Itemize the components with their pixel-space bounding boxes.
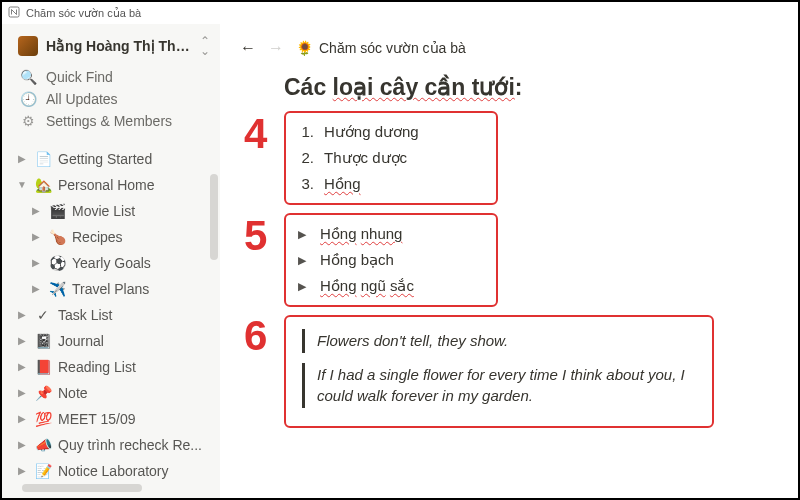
page-icon: 📄: [34, 148, 52, 170]
numbered-list-item[interactable]: 3.Hồng: [298, 171, 484, 197]
sunflower-icon: 🌻: [296, 40, 313, 56]
nav-back-button[interactable]: ←: [240, 39, 256, 57]
book-icon: 📕: [34, 356, 52, 378]
window-titlebar: Chăm sóc vườn của bà: [2, 2, 798, 24]
workspace-switcher[interactable]: Hằng Hoàng Thị Thúy'... ⌃⌄: [12, 32, 216, 60]
page-content[interactable]: Các loại cây cần tưới: 1.Hướng dương 2.T…: [220, 62, 798, 428]
sidebar-page-personal-home[interactable]: ▼ 🏡 Personal Home: [12, 172, 216, 198]
main-area: ← → 🌻 Chăm sóc vườn của bà Các loại cây …: [220, 24, 798, 498]
sidebar-page-meet[interactable]: ▶ 💯 MEET 15/09: [12, 406, 216, 432]
app-frame: Chăm sóc vườn của bà Hằng Hoàng Thị Thúy…: [0, 0, 800, 500]
annotation-box-6: Flowers don't tell, they show. If I had …: [284, 315, 714, 428]
clock-icon: 🕘: [20, 91, 36, 107]
check-icon: ✓: [34, 304, 52, 326]
unfold-icon: ⌃⌄: [200, 36, 210, 56]
megaphone-icon: 📣: [34, 434, 52, 456]
sidebar-page-note[interactable]: ▶ 📌 Note: [12, 380, 216, 406]
quick-find-label: Quick Find: [46, 69, 113, 85]
quote-block[interactable]: Flowers don't tell, they show.: [302, 329, 696, 353]
sidebar-page-yearly-goals[interactable]: ▶ ⚽ Yearly Goals: [12, 250, 216, 276]
annotation-box-5: ▶Hồng nhung ▶Hồng bạch ▶Hồng ngũ sắc: [284, 213, 498, 307]
notion-app-icon: [8, 6, 20, 20]
sidebar-scrollbar-horizontal[interactable]: [22, 484, 142, 492]
sidebar-page-notice-lab[interactable]: ▶ 📝 Notice Laboratory: [12, 458, 216, 484]
toggle-block[interactable]: ▶Hồng bạch: [298, 247, 484, 273]
sidebar-page-journal[interactable]: ▶ 📓 Journal: [12, 328, 216, 354]
nav-forward-button[interactable]: →: [268, 39, 284, 57]
all-updates-label: All Updates: [46, 91, 118, 107]
triangle-right-icon[interactable]: ▶: [298, 221, 310, 247]
triangle-right-icon[interactable]: ▶: [16, 408, 28, 430]
triangle-down-icon[interactable]: ▼: [16, 174, 28, 196]
triangle-right-icon[interactable]: ▶: [16, 382, 28, 404]
triangle-right-icon[interactable]: ▶: [16, 460, 28, 482]
settings-label: Settings & Members: [46, 113, 172, 129]
toggle-block[interactable]: ▶Hồng ngũ sắc: [298, 273, 484, 299]
triangle-right-icon[interactable]: ▶: [30, 226, 42, 248]
sidebar: Hằng Hoàng Thị Thúy'... ⌃⌄ 🔍 Quick Find …: [2, 24, 220, 498]
triangle-right-icon[interactable]: ▶: [298, 247, 310, 273]
sidebar-page-movie-list[interactable]: ▶ 🎬 Movie List: [12, 198, 216, 224]
annotation-number-5: 5: [244, 212, 267, 260]
quote-block[interactable]: If I had a single flower for every time …: [302, 363, 696, 408]
annotation-number-4: 4: [244, 110, 267, 158]
sidebar-scrollbar-vertical[interactable]: [210, 174, 218, 260]
drumstick-icon: 🍗: [48, 226, 66, 248]
all-updates[interactable]: 🕘 All Updates: [12, 88, 216, 110]
sidebar-page-getting-started[interactable]: ▶ 📄 Getting Started: [12, 146, 216, 172]
workspace-title: Hằng Hoàng Thị Thúy'...: [46, 38, 192, 54]
numbered-list-item[interactable]: 2.Thược dược: [298, 145, 484, 171]
sidebar-page-quy-trinh[interactable]: ▶ 📣 Quy trình recheck Re...: [12, 432, 216, 458]
toggle-block[interactable]: ▶Hồng nhung: [298, 221, 484, 247]
sidebar-page-reading-list[interactable]: ▶ 📕 Reading List: [12, 354, 216, 380]
triangle-right-icon[interactable]: ▶: [16, 356, 28, 378]
triangle-right-icon[interactable]: ▶: [30, 252, 42, 274]
triangle-right-icon[interactable]: ▶: [16, 304, 28, 326]
gear-icon: ⚙: [20, 113, 36, 129]
sidebar-page-task-list[interactable]: ▶ ✓ Task List: [12, 302, 216, 328]
spell-underlined-text: loại cây cần tưới: [333, 74, 515, 100]
triangle-right-icon[interactable]: ▶: [16, 434, 28, 456]
hundred-icon: 💯: [34, 408, 52, 430]
triangle-right-icon[interactable]: ▶: [30, 200, 42, 222]
annotation-box-4: 1.Hướng dương 2.Thược dược 3.Hồng: [284, 111, 498, 205]
workspace-avatar: [18, 36, 38, 56]
triangle-right-icon[interactable]: ▶: [298, 273, 310, 299]
breadcrumb[interactable]: 🌻 Chăm sóc vườn của bà: [296, 40, 466, 56]
pushpin-icon: 📌: [34, 382, 52, 404]
settings-members[interactable]: ⚙ Settings & Members: [12, 110, 216, 132]
sidebar-page-recipes[interactable]: ▶ 🍗 Recipes: [12, 224, 216, 250]
notebook-icon: 📓: [34, 330, 52, 352]
numbered-list-item[interactable]: 1.Hướng dương: [298, 119, 484, 145]
soccer-icon: ⚽: [48, 252, 66, 274]
topbar: ← → 🌻 Chăm sóc vườn của bà: [220, 34, 798, 62]
sidebar-page-travel-plans[interactable]: ▶ ✈️ Travel Plans: [12, 276, 216, 302]
annotation-number-6: 6: [244, 312, 267, 360]
triangle-right-icon[interactable]: ▶: [16, 148, 28, 170]
clapper-icon: 🎬: [48, 200, 66, 222]
triangle-right-icon[interactable]: ▶: [30, 278, 42, 300]
window-title: Chăm sóc vườn của bà: [26, 7, 141, 20]
quick-find[interactable]: 🔍 Quick Find: [12, 66, 216, 88]
airplane-icon: ✈️: [48, 278, 66, 300]
triangle-right-icon[interactable]: ▶: [16, 330, 28, 352]
heading-block[interactable]: Các loại cây cần tưới:: [284, 74, 762, 101]
memo-icon: 📝: [34, 460, 52, 482]
house-icon: 🏡: [34, 174, 52, 196]
breadcrumb-title: Chăm sóc vườn của bà: [319, 40, 466, 56]
search-icon: 🔍: [20, 69, 36, 85]
